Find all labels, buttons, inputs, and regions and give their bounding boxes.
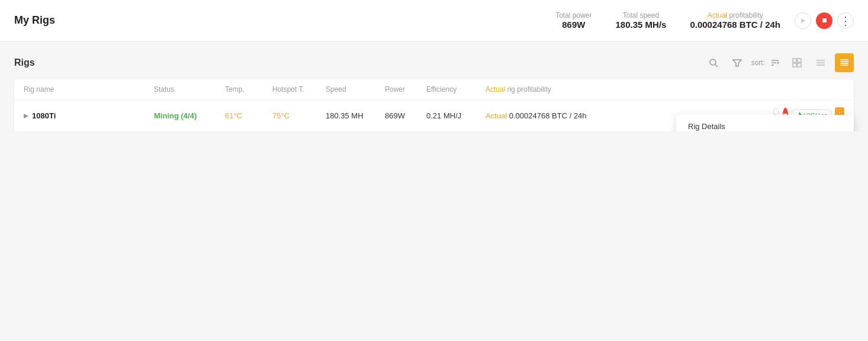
rigs-header: Rigs sort: xyxy=(14,53,854,72)
col-efficiency: Efficiency xyxy=(426,85,486,94)
svg-rect-11 xyxy=(798,63,801,67)
rigs-title: Rigs xyxy=(14,57,35,68)
rig-name-text: 1080Ti xyxy=(32,111,56,120)
col-status: Status xyxy=(154,85,225,94)
total-power-value: 869W xyxy=(562,20,585,30)
search-button[interactable] xyxy=(704,53,723,72)
stop-icon xyxy=(822,18,827,23)
rig-efficiency: 0.21 MH/J xyxy=(426,111,486,120)
rig-name: ▶ 1080Ti xyxy=(24,111,154,120)
svg-marker-0 xyxy=(801,18,805,23)
top-stats: Total power 869W Total speed 180.35 MH/s… xyxy=(555,11,780,30)
compact-view-button[interactable] xyxy=(835,53,854,72)
profitability-label: Actual profitability xyxy=(690,11,780,20)
menu-item-rig-details[interactable]: Rig Details xyxy=(676,115,854,131)
col-controls xyxy=(773,85,844,94)
total-power-label: Total power xyxy=(555,11,591,20)
col-temp: Temp. xyxy=(225,85,272,94)
rig-status: Mining (4/4) xyxy=(154,111,225,120)
expand-arrow[interactable]: ▶ xyxy=(24,112,28,119)
compact-icon xyxy=(840,58,849,67)
total-speed-label: Total speed xyxy=(616,11,667,20)
rig-actual-label: Actual xyxy=(486,111,507,120)
search-icon xyxy=(709,58,718,67)
list-view-button[interactable] xyxy=(811,53,830,72)
total-power-block: Total power 869W xyxy=(555,11,591,30)
page-title: My Rigs xyxy=(14,14,55,27)
rigs-controls: sort: xyxy=(704,53,854,72)
list-icon xyxy=(816,58,825,67)
rig-speed: 180.35 MH xyxy=(326,111,385,120)
svg-line-3 xyxy=(715,65,718,67)
top-bar: My Rigs Total power 869W Total speed 180… xyxy=(0,0,868,41)
col-profitability: Actual rig profitability xyxy=(486,85,773,94)
svg-rect-10 xyxy=(793,63,796,67)
sort-label: sort: xyxy=(751,59,765,67)
rig-temp: 61°C xyxy=(225,111,272,120)
svg-rect-8 xyxy=(793,59,796,62)
col-hotspot: Hotspot T. xyxy=(272,85,326,94)
svg-rect-9 xyxy=(798,59,801,62)
rigs-section: Rigs sort: xyxy=(0,41,868,131)
rig-profitability-value: 0.00024768 BTC / 24h xyxy=(509,111,587,120)
rig-table: Rig name Status Temp. Hotspot T. Speed P… xyxy=(14,79,854,131)
col-speed: Speed xyxy=(326,85,385,94)
rig-table-header: Rig name Status Temp. Hotspot T. Speed P… xyxy=(14,79,854,100)
col-rig-name: Rig name xyxy=(24,85,154,94)
actual-label: Actual xyxy=(708,11,727,20)
total-speed-block: Total speed 180.35 MH/s xyxy=(616,11,667,30)
rig-power: 869W xyxy=(385,111,426,120)
filter-button[interactable] xyxy=(728,53,747,72)
play-button[interactable] xyxy=(795,12,811,29)
sort-control: sort: xyxy=(751,53,783,72)
top-controls: ⋮ xyxy=(795,12,854,29)
svg-rect-1 xyxy=(822,18,827,22)
profitability-value: 0.00024768 BTC / 24h xyxy=(690,20,780,30)
profitability-label-rest: profitability xyxy=(729,11,763,20)
svg-marker-4 xyxy=(733,60,741,66)
grid-icon xyxy=(792,58,802,67)
sort-icon xyxy=(770,57,780,68)
more-button-header[interactable]: ⋮ xyxy=(837,12,854,29)
sort-button[interactable] xyxy=(767,53,783,72)
play-icon xyxy=(800,18,806,24)
col-power: Power xyxy=(385,85,426,94)
total-speed-value: 180.35 MH/s xyxy=(616,20,667,30)
profitability-block: Actual profitability 0.00024768 BTC / 24… xyxy=(690,11,780,30)
dropdown-menu: Rig Details Rename Move to... Version in… xyxy=(676,115,854,131)
stop-button[interactable] xyxy=(816,12,832,29)
svg-point-2 xyxy=(710,59,716,65)
grid-view-button[interactable] xyxy=(787,53,806,72)
rig-hotspot: 75°C xyxy=(272,111,326,120)
filter-icon xyxy=(732,58,742,67)
